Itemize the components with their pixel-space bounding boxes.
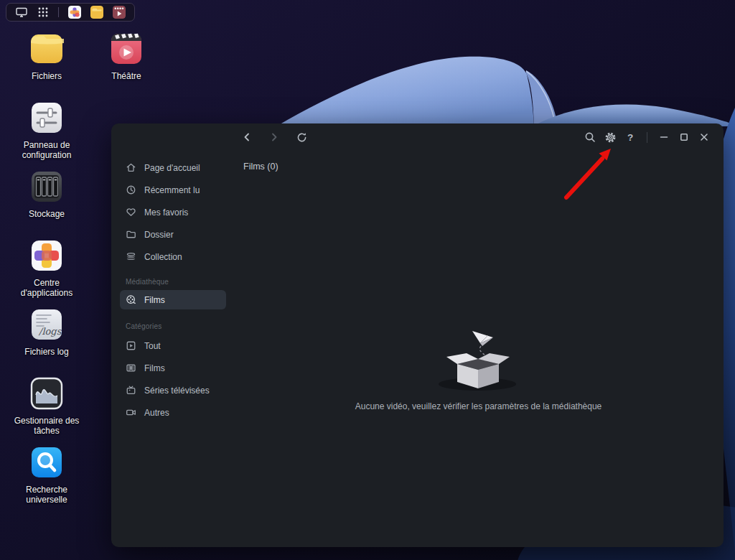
sidebar-item-all[interactable]: Tout [120,335,226,357]
storage-icon [29,169,64,204]
sidebar-item-label: Récemment lu [144,185,200,195]
question-mark-icon: ? [627,132,633,143]
sidebar-item-label: Autres [144,408,169,418]
taskbar-app-center[interactable] [68,6,81,19]
empty-state-message: Aucune vidéo, veuillez vérifier les para… [355,401,602,411]
desktop-icon-log-files[interactable]: /logs Fichiers log [7,307,86,357]
sidebar-item-label: Séries télévisées [144,386,210,396]
desktop-icon-files[interactable]: Fichiers [7,32,86,81]
sidebar-item-label: Collection [144,252,182,262]
window-content: Films (0) Aucune vidéo, [233,151,724,547]
control-panel-icon [29,101,64,135]
video-camera-icon [126,407,136,418]
sidebar-item-label: Films [144,363,165,373]
film-strip-icon [126,363,136,373]
files-icon [90,6,103,19]
monitor-icon [15,6,28,18]
content-title: Films (0) [243,162,278,172]
desktop-icon-app-center[interactable]: Centre d'applications [7,238,86,298]
desktop-icon-label: Panneau de configuration [9,140,84,160]
taskbar [6,3,135,22]
search-button[interactable] [581,128,599,146]
taskbar-theater[interactable] [113,6,126,19]
forward-button[interactable] [265,128,284,146]
maximize-icon [679,132,689,142]
minimize-icon [659,132,669,142]
svg-text:/logs: /logs [38,326,62,337]
desktop-icon-label: Stockage [29,209,65,219]
tv-icon [126,385,136,396]
taskbar-files[interactable] [90,6,103,19]
desktop-icon-universal-search[interactable]: Recherche universelle [7,445,86,505]
universal-search-icon [29,445,64,480]
film-reel-icon [126,294,136,305]
chevron-left-icon [242,132,252,142]
app-center-icon [68,6,81,19]
desktop-icon-label: Gestionnaire des tâches [9,416,84,436]
titlebar-actions: ? [581,128,713,146]
sidebar-item-tv-series[interactable]: Séries télévisées [120,379,226,401]
sidebar-item-label: Mes favoris [144,207,188,218]
sidebar-item-recent[interactable]: Récemment lu [120,179,226,201]
clock-icon [126,185,136,195]
heart-icon [126,207,136,218]
folder-icon [126,229,136,240]
sidebar-item-favorites[interactable]: Mes favoris [120,201,226,223]
show-desktop-button[interactable] [15,6,28,18]
desktop-icon-label: Fichiers [32,71,62,81]
task-manager-icon [29,376,64,411]
refresh-icon [296,132,307,143]
sidebar-item-home[interactable]: Page d'accueil [120,157,226,179]
close-icon [699,132,709,142]
chevron-right-icon [269,132,279,142]
desktop-icon-label: Recherche universelle [9,485,84,505]
window-sidebar: Page d'accueil Récemment lu Mes favoris [111,151,233,547]
app-grid-button[interactable] [37,6,49,18]
sidebar-item-others[interactable]: Autres [120,401,226,424]
desktop-icon-task-manager[interactable]: Gestionnaire des tâches [7,376,86,436]
desktop-icon-storage[interactable]: Stockage [7,169,86,219]
sidebar-item-films-category[interactable]: Films [120,357,226,379]
sidebar-item-label: Tout [144,341,161,351]
sidebar-item-label: Dossier [144,230,174,240]
desktop: Fichiers Théâtre [0,0,735,560]
theater-window: ? [111,123,724,547]
desktop-icon-label: Fichiers log [24,347,68,357]
nav-group [238,128,311,146]
files-app-icon [29,32,64,66]
layers-icon [126,251,136,262]
sidebar-section-title: Médiathèque [126,278,226,286]
empty-state: Aucune vidéo, veuillez vérifier les para… [233,327,724,411]
play-square-icon [126,340,136,351]
empty-box-illustration [425,327,533,393]
log-files-icon: /logs [29,307,64,342]
back-button[interactable] [238,128,256,146]
theater-icon [113,6,126,19]
sidebar-section-title: Catégories [126,322,226,330]
search-icon [584,131,596,143]
minimize-button[interactable] [655,128,673,146]
maximize-button[interactable] [675,128,693,146]
settings-gear-icon [604,131,617,144]
sidebar-item-folder[interactable]: Dossier [120,223,226,246]
help-button[interactable]: ? [621,128,640,146]
desktop-icon-label: Centre d'applications [9,278,84,298]
theater-app-icon [109,32,144,66]
sidebar-item-label: Films [144,295,165,305]
home-icon [126,162,136,173]
sidebar-item-label: Page d'accueil [144,163,200,173]
close-button[interactable] [695,128,713,146]
taskbar-divider [58,7,59,17]
desktop-icon-control-panel[interactable]: Panneau de configuration [7,101,86,160]
titlebar-divider [647,132,647,143]
sidebar-item-films-library[interactable]: Films [120,290,226,309]
app-center-app-icon [29,238,64,273]
desktop-icon-theater[interactable]: Théâtre [87,32,166,81]
sidebar-item-collection[interactable]: Collection [120,246,226,268]
window-titlebar: ? [111,123,724,151]
desktop-icon-label: Théâtre [111,71,141,81]
app-grid-icon [37,6,49,18]
settings-button[interactable] [601,128,619,146]
refresh-button[interactable] [292,128,311,146]
